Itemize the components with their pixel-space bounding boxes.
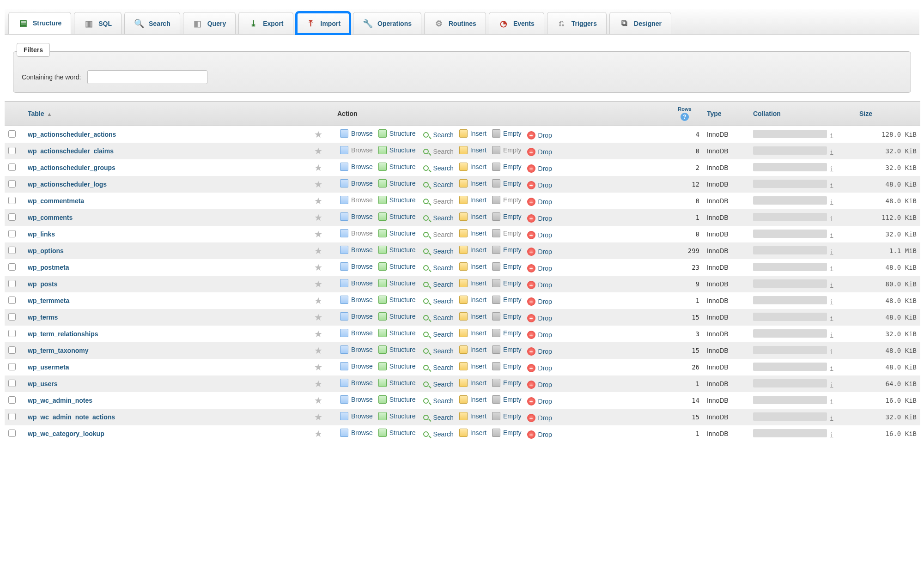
tab-routines[interactable]: ⚙Routines <box>424 12 486 34</box>
table-name-link[interactable]: wp_commentmeta <box>28 197 84 205</box>
empty-action[interactable]: Empty <box>489 246 524 254</box>
drop-action[interactable]: −Drop <box>524 148 555 156</box>
structure-action[interactable]: Structure <box>376 429 419 437</box>
favorite-star-icon[interactable]: ★ <box>314 296 322 306</box>
favorite-star-icon[interactable]: ★ <box>314 212 322 223</box>
drop-action[interactable]: −Drop <box>524 347 555 356</box>
favorite-star-icon[interactable]: ★ <box>314 329 322 339</box>
empty-action[interactable]: Empty <box>489 279 524 287</box>
search-action[interactable]: Search <box>419 130 456 139</box>
empty-action[interactable]: Empty <box>489 412 524 420</box>
structure-action[interactable]: Structure <box>376 329 419 337</box>
drop-action[interactable]: −Drop <box>524 414 555 422</box>
structure-action[interactable]: Structure <box>376 345 419 354</box>
insert-action[interactable]: Insert <box>456 163 489 171</box>
row-checkbox[interactable] <box>8 163 16 171</box>
col-table[interactable]: Table▲ <box>24 102 310 126</box>
insert-action[interactable]: Insert <box>456 146 489 154</box>
insert-action[interactable]: Insert <box>456 395 489 404</box>
search-action[interactable]: Search <box>419 163 456 173</box>
insert-action[interactable]: Insert <box>456 412 489 420</box>
insert-action[interactable]: Insert <box>456 196 489 204</box>
browse-action[interactable]: Browse <box>337 146 376 154</box>
row-checkbox[interactable] <box>8 297 16 304</box>
table-name-link[interactable]: wp_wc_admin_note_actions <box>28 413 115 421</box>
structure-action[interactable]: Structure <box>376 279 419 287</box>
table-name-link[interactable]: wp_actionscheduler_logs <box>28 181 107 188</box>
row-checkbox[interactable] <box>8 213 16 221</box>
row-checkbox[interactable] <box>8 263 16 271</box>
structure-action[interactable]: Structure <box>376 296 419 304</box>
browse-action[interactable]: Browse <box>337 296 376 304</box>
empty-action[interactable]: Empty <box>489 229 524 237</box>
empty-action[interactable]: Empty <box>489 179 524 188</box>
empty-action[interactable]: Empty <box>489 345 524 354</box>
drop-action[interactable]: −Drop <box>524 381 555 389</box>
table-name-link[interactable]: wp_term_taxonomy <box>28 347 88 354</box>
insert-action[interactable]: Insert <box>456 262 489 271</box>
search-action[interactable]: Search <box>419 380 456 389</box>
structure-action[interactable]: Structure <box>376 246 419 254</box>
insert-action[interactable]: Insert <box>456 129 489 138</box>
drop-action[interactable]: −Drop <box>524 397 555 405</box>
drop-action[interactable]: −Drop <box>524 430 555 439</box>
empty-action[interactable]: Empty <box>489 212 524 221</box>
browse-action[interactable]: Browse <box>337 262 376 271</box>
favorite-star-icon[interactable]: ★ <box>314 129 322 139</box>
table-name-link[interactable]: wp_terms <box>28 314 58 321</box>
structure-action[interactable]: Structure <box>376 262 419 271</box>
browse-action[interactable]: Browse <box>337 279 376 287</box>
table-name-link[interactable]: wp_options <box>28 247 64 254</box>
search-action[interactable]: Search <box>419 197 456 206</box>
tab-designer[interactable]: ⧉Designer <box>609 12 671 34</box>
row-checkbox[interactable] <box>8 280 16 287</box>
rows-help-icon[interactable]: ? <box>681 113 689 121</box>
table-name-link[interactable]: wp_posts <box>28 280 58 288</box>
empty-action[interactable]: Empty <box>489 296 524 304</box>
favorite-star-icon[interactable]: ★ <box>314 246 322 256</box>
browse-action[interactable]: Browse <box>337 196 376 204</box>
browse-action[interactable]: Browse <box>337 212 376 221</box>
browse-action[interactable]: Browse <box>337 379 376 387</box>
tab-import[interactable]: ⤒Import <box>296 12 351 34</box>
drop-action[interactable]: −Drop <box>524 131 555 139</box>
structure-action[interactable]: Structure <box>376 395 419 404</box>
search-action[interactable]: Search <box>419 213 456 223</box>
col-rows[interactable]: Rows ? <box>666 102 703 126</box>
insert-action[interactable]: Insert <box>456 329 489 337</box>
search-action[interactable]: Search <box>419 247 456 256</box>
search-action[interactable]: Search <box>419 263 456 272</box>
empty-action[interactable]: Empty <box>489 146 524 154</box>
tab-sql[interactable]: ▥SQL <box>74 12 122 34</box>
table-name-link[interactable]: wp_users <box>28 380 58 387</box>
structure-action[interactable]: Structure <box>376 379 419 387</box>
structure-action[interactable]: Structure <box>376 129 419 138</box>
table-name-link[interactable]: wp_termmeta <box>28 297 69 304</box>
row-checkbox[interactable] <box>8 396 16 404</box>
structure-action[interactable]: Structure <box>376 312 419 321</box>
favorite-star-icon[interactable]: ★ <box>314 379 322 389</box>
drop-action[interactable]: −Drop <box>524 181 555 189</box>
empty-action[interactable]: Empty <box>489 312 524 321</box>
favorite-star-icon[interactable]: ★ <box>314 146 322 156</box>
browse-action[interactable]: Browse <box>337 129 376 138</box>
favorite-star-icon[interactable]: ★ <box>314 345 322 356</box>
structure-action[interactable]: Structure <box>376 146 419 154</box>
table-name-link[interactable]: wp_usermeta <box>28 363 69 371</box>
tab-query[interactable]: ◧Query <box>183 12 236 34</box>
empty-action[interactable]: Empty <box>489 163 524 171</box>
empty-action[interactable]: Empty <box>489 129 524 138</box>
tab-search[interactable]: 🔍Search <box>124 12 180 34</box>
col-size[interactable]: Size <box>856 102 920 126</box>
search-action[interactable]: Search <box>419 363 456 372</box>
col-type[interactable]: Type <box>703 102 749 126</box>
search-action[interactable]: Search <box>419 313 456 322</box>
browse-action[interactable]: Browse <box>337 163 376 171</box>
table-name-link[interactable]: wp_actionscheduler_actions <box>28 131 116 138</box>
structure-action[interactable]: Structure <box>376 212 419 221</box>
favorite-star-icon[interactable]: ★ <box>314 362 322 372</box>
drop-action[interactable]: −Drop <box>524 297 555 306</box>
tab-export[interactable]: ⤓Export <box>238 12 293 34</box>
browse-action[interactable]: Browse <box>337 345 376 354</box>
tab-structure[interactable]: ▤Structure <box>8 12 71 34</box>
